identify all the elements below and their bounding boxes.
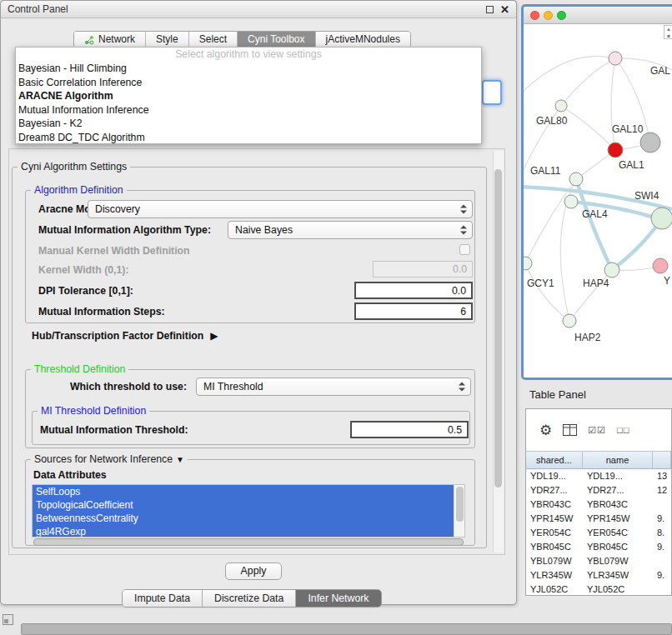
data-attribute-item[interactable]: gal4RGexp bbox=[33, 525, 454, 538]
network-node-label: GAL10 bbox=[612, 123, 644, 135]
algorithm-menu-item[interactable]: ARACNE Algorithm bbox=[16, 89, 481, 103]
table-cell: YBR045C bbox=[526, 540, 583, 554]
network-node[interactable] bbox=[651, 208, 672, 229]
network-view-window: GALGAL80GAL10GAL11GAL1SWI4GAL4GCY1HAP4HA… bbox=[521, 4, 672, 380]
close-icon[interactable]: ✕ bbox=[500, 2, 509, 18]
tab-network[interactable]: Network bbox=[74, 32, 146, 48]
float-window-icon[interactable] bbox=[486, 6, 494, 13]
network-edge bbox=[611, 58, 615, 150]
tab-infer-network[interactable]: Infer Network bbox=[296, 590, 380, 607]
column-header-name[interactable]: name bbox=[583, 452, 653, 468]
canvas-scrollbar-fragment[interactable]: ▲■ bbox=[664, 25, 672, 39]
tab-select[interactable]: Select bbox=[189, 32, 238, 48]
zoom-traffic-light[interactable] bbox=[557, 11, 566, 20]
deselect-all-checks-icon[interactable]: □□ bbox=[617, 425, 629, 435]
table-cell: 9. bbox=[653, 568, 671, 582]
table-row[interactable]: YDR27...YDR27...12 bbox=[526, 483, 671, 498]
close-traffic-light[interactable] bbox=[530, 11, 539, 20]
select-all-checks-icon[interactable]: ☑☑ bbox=[588, 425, 606, 436]
group-title: MI Threshold Definition bbox=[38, 405, 149, 417]
tab-impute-data[interactable]: Impute Data bbox=[123, 590, 203, 607]
algorithm-menu-item[interactable]: Basic Correlation Inference bbox=[16, 76, 481, 90]
mi-steps-field[interactable]: 6 bbox=[354, 302, 473, 320]
network-node[interactable] bbox=[524, 257, 532, 270]
network-node[interactable] bbox=[609, 52, 622, 65]
list-horizontal-scrollbar[interactable] bbox=[33, 538, 464, 546]
mi-threshold-field[interactable]: 0.5 bbox=[350, 421, 469, 438]
table-row[interactable]: YLR345WYLR345W9. bbox=[526, 568, 671, 582]
settings-gear-icon[interactable]: ⚙ bbox=[539, 422, 552, 439]
table-row[interactable]: YBR045CYBR045C9. bbox=[526, 540, 671, 554]
algorithm-menu-item[interactable]: Dream8 DC_TDC Algorithm bbox=[16, 131, 481, 145]
aracne-mode-combobox[interactable]: Discovery bbox=[88, 200, 473, 218]
sources-title: Sources for Network Inference bbox=[34, 453, 173, 465]
combo-arrows-icon bbox=[460, 205, 467, 214]
which-threshold-combobox[interactable]: MI Threshold bbox=[196, 378, 471, 396]
tab-label: Style bbox=[156, 32, 178, 48]
apply-button[interactable]: Apply bbox=[225, 562, 282, 580]
table-cell: YBR043C bbox=[526, 498, 583, 512]
columns-icon[interactable] bbox=[563, 424, 577, 436]
mi-algorithm-type-combobox[interactable]: Naive Bayes bbox=[228, 221, 473, 239]
network-node[interactable] bbox=[653, 258, 668, 273]
algorithm-menu-item[interactable]: Bayesian - Hill Climbing bbox=[16, 62, 481, 76]
table-row[interactable]: YDL19...YDL19...13 bbox=[526, 469, 671, 483]
data-attributes-list[interactable]: SelfLoopsTopologicalCoefficientBetweenne… bbox=[32, 484, 465, 538]
algorithm-combobox-fragment[interactable] bbox=[482, 80, 502, 105]
bottom-tabbar: Impute Data Discretize Data Infer Networ… bbox=[122, 589, 382, 608]
algorithm-menu-item[interactable]: Bayesian - K2 bbox=[16, 117, 481, 131]
tab-jactivemnodules[interactable]: jActiveMNodules bbox=[316, 32, 410, 48]
data-attribute-item[interactable]: SelfLoops bbox=[33, 485, 454, 498]
network-window-titlebar[interactable] bbox=[524, 7, 672, 24]
column-header-shared-name[interactable]: shared... bbox=[526, 452, 583, 468]
network-edge bbox=[561, 106, 615, 150]
network-node[interactable] bbox=[563, 314, 576, 328]
network-canvas[interactable]: GALGAL80GAL10GAL11GAL1SWI4GAL4GCY1HAP4HA… bbox=[524, 24, 672, 378]
mi-type-label: Mutual Information Algorithm Type: bbox=[38, 224, 211, 236]
table-cell: YDL19... bbox=[526, 469, 583, 483]
tab-label: Select bbox=[199, 32, 227, 48]
control-panel-tabbar: Network Style Select Cyni Toolbox jActiv… bbox=[73, 31, 411, 48]
control-panel-titlebar[interactable]: Control Panel ✕ bbox=[0, 0, 517, 18]
network-node-label: SWI4 bbox=[634, 190, 659, 202]
tab-discretize-data[interactable]: Discretize Data bbox=[203, 590, 296, 607]
field-value: 0.0 bbox=[452, 285, 466, 297]
table-row[interactable]: YBR043CYBR043C bbox=[526, 498, 671, 512]
settings-scrollbar-thumb[interactable] bbox=[494, 169, 502, 488]
network-node[interactable] bbox=[608, 142, 623, 158]
tab-cyni-toolbox[interactable]: Cyni Toolbox bbox=[238, 32, 315, 48]
table-row[interactable]: YJL052CYJL052C bbox=[526, 582, 671, 596]
dpi-tolerance-field[interactable]: 0.0 bbox=[354, 282, 473, 299]
algorithm-menu-item[interactable]: Mutual Information Inference bbox=[16, 103, 481, 118]
kernel-width-field[interactable]: 0.0 bbox=[373, 261, 473, 278]
network-node[interactable] bbox=[564, 195, 578, 208]
list-scrollbar-thumb[interactable] bbox=[456, 487, 464, 522]
combo-value: MI Threshold bbox=[203, 381, 263, 392]
network-node[interactable] bbox=[569, 172, 583, 186]
group-title[interactable]: Sources for Network Inference▼ bbox=[31, 453, 188, 465]
data-attribute-item[interactable]: BetweennessCentrality bbox=[33, 512, 454, 525]
minimize-traffic-light[interactable] bbox=[544, 11, 553, 20]
network-node[interactable] bbox=[604, 262, 619, 278]
table-body: YDL19...YDL19...13YDR27...YDR27...12YBR0… bbox=[526, 469, 671, 596]
manual-kernel-checkbox[interactable] bbox=[459, 244, 470, 255]
panel-grip-icon[interactable] bbox=[3, 614, 13, 625]
network-edge bbox=[525, 263, 569, 321]
table-panel-window: ⚙ ☑☑ □□ shared... name YDL19...YDL19...1… bbox=[525, 408, 672, 596]
field-value: 0.0 bbox=[453, 263, 467, 275]
bottom-scrollbar[interactable] bbox=[21, 623, 672, 635]
column-header-partial[interactable] bbox=[653, 452, 671, 468]
hub-definition-section[interactable]: Hub/Transcription Factor Definition ▶ bbox=[32, 330, 218, 342]
table-row[interactable]: YPR145WYPR145W9. bbox=[526, 512, 671, 526]
data-attribute-item[interactable]: TopologicalCoefficient bbox=[33, 498, 454, 512]
network-node[interactable] bbox=[640, 132, 660, 152]
table-row[interactable]: YER054CYER054C8. bbox=[526, 526, 671, 540]
list-vertical-scrollbar[interactable] bbox=[454, 485, 464, 537]
table-cell: YLR345W bbox=[583, 568, 653, 582]
tab-style[interactable]: Style bbox=[146, 32, 189, 48]
network-node[interactable] bbox=[555, 100, 567, 112]
table-row[interactable]: YBL079WYBL079W bbox=[526, 554, 671, 568]
table-toolbar: ⚙ ☑☑ □□ bbox=[526, 409, 671, 451]
combo-value: Discovery bbox=[95, 203, 140, 215]
table-cell: 13 bbox=[653, 469, 671, 483]
